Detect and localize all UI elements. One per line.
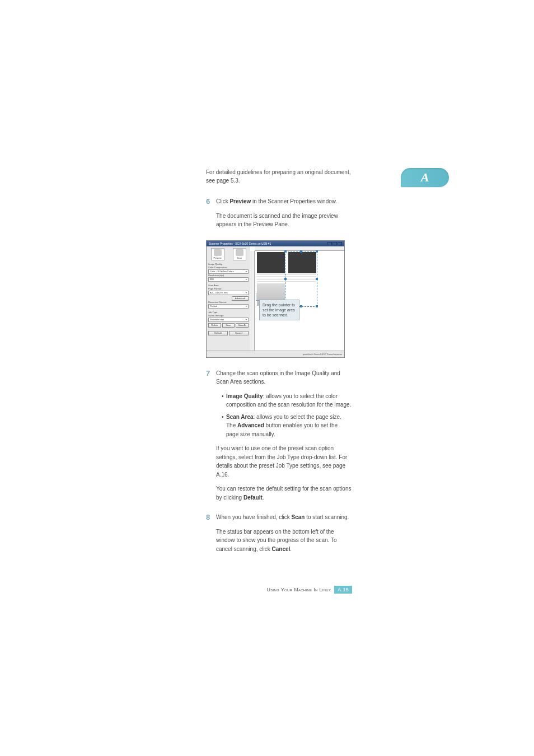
page-format-dropdown[interactable]: A4 - 210x297 mm (208, 291, 249, 295)
page-content: For detailed guidelines for preparing an… (206, 168, 352, 564)
selection-handle[interactable] (316, 250, 318, 253)
save-as-button[interactable]: Save As (236, 323, 249, 328)
step-6-p1: Click Preview in the Scanner Properties … (216, 197, 352, 206)
page-footer: Using Your Machine In Linux A.15 (266, 586, 352, 594)
delete-button[interactable]: Delete (208, 323, 221, 328)
selection-handle[interactable] (284, 250, 287, 253)
color-composition-label: Color Composition: (208, 266, 249, 269)
step-7-bullets: Image Quality: allows you to select the … (216, 392, 352, 439)
resolution-dropdown[interactable]: 300 (208, 277, 249, 282)
selection-handle[interactable] (284, 278, 287, 280)
step-7-p2: If you want to use one of the preset sca… (216, 444, 352, 479)
intro-line1: For detailed guidelines for preparing an… (206, 169, 351, 175)
bullet-scan-area: Scan Area: allows you to select the page… (222, 413, 352, 439)
preview-icon-button[interactable]: Preview (211, 248, 224, 260)
step-7-p3: You can restore the default setting for … (216, 484, 352, 502)
selection-handle[interactable] (300, 305, 302, 307)
step-7-body: Change the scan options in the Image Qua… (216, 369, 352, 508)
document-source-label: Document Source: (208, 301, 249, 304)
step-8-p1: When you have finished, click Scan to st… (216, 513, 352, 522)
step-8: 8 When you have finished, click Scan to … (206, 513, 352, 559)
default-button[interactable]: Default (208, 331, 228, 335)
appendix-letter: A (421, 170, 429, 185)
page-format-label: Page Format: (208, 287, 249, 290)
screenshot-titlebar: Scanner Properties - SCX-5x20 Series on … (207, 241, 344, 246)
selection-handle[interactable] (316, 305, 318, 307)
page-number: A.15 (334, 586, 352, 594)
intro-text: For detailed guidelines for preparing an… (206, 168, 352, 185)
screenshot-title: Scanner Properties - SCX-5x20 Series on … (209, 242, 271, 245)
selection-marquee[interactable] (285, 251, 317, 307)
callout-box: Drag the pointer to set the image area t… (259, 300, 299, 320)
step-6-body: Click Preview in the Scanner Properties … (216, 197, 352, 235)
saved-settings-label: Saved Settings: (208, 314, 249, 317)
scan-area-heading: Scan Area (208, 284, 249, 287)
selection-handle[interactable] (316, 278, 318, 280)
scanner-properties-screenshot: Scanner Properties - SCX-5x20 Series on … (206, 240, 345, 358)
appendix-tab: A (401, 168, 449, 187)
minimize-button[interactable] (327, 242, 332, 245)
step-number-6: 6 (206, 197, 216, 235)
screenshot-status-bar: pixels/inch Zoom:0.452 Thread scanner (207, 351, 344, 357)
saved-settings-dropdown[interactable]: Shredded text (208, 318, 249, 322)
scan-icon-button[interactable]: Scan (233, 248, 246, 260)
color-composition-dropdown[interactable]: Color - 16 Million Colors (208, 269, 249, 274)
step-6: 6 Click Preview in the Scanner Propertie… (206, 197, 352, 235)
screenshot-body: Preview Scan Image Quality Color Composi… (207, 246, 344, 351)
screenshot-left-panel: Preview Scan Image Quality Color Composi… (207, 246, 250, 351)
step-7: 7 Change the scan options in the Image Q… (206, 369, 352, 508)
preview-icon (214, 249, 222, 256)
step-6-p2: The document is scanned and the image pr… (216, 212, 352, 229)
job-type-heading: Job Type (208, 311, 249, 314)
screenshot-preview-pane (250, 246, 344, 351)
cancel-button[interactable]: Cancel (229, 331, 249, 335)
step-number-7: 7 (206, 369, 216, 508)
step-8-body: When you have finished, click Scan to st… (216, 513, 352, 559)
resolution-label: Resolution (dpi) (208, 274, 249, 277)
footer-text: Using Your Machine In Linux (266, 587, 331, 592)
maximize-button[interactable] (332, 242, 337, 245)
step-7-p1: Change the scan options in the Image Qua… (216, 369, 352, 386)
ruler-vertical (250, 251, 255, 351)
document-source-dropdown[interactable]: Flatbed (208, 304, 249, 309)
advanced-button[interactable]: Advanced (232, 296, 249, 301)
save-button[interactable]: Save (222, 323, 235, 328)
selection-handle[interactable] (300, 250, 302, 253)
step-number-8: 8 (206, 513, 216, 559)
preview-thumbnail-1 (257, 252, 285, 273)
scan-icon (236, 249, 243, 256)
image-quality-heading: Image Quality (208, 263, 249, 265)
ruler-horizontal (255, 246, 344, 251)
bullet-image-quality: Image Quality: allows you to select the … (222, 392, 352, 409)
window-controls (327, 242, 342, 245)
close-button[interactable] (338, 242, 342, 245)
step-8-p2: The status bar appears on the bottom lef… (216, 528, 352, 554)
intro-line2: see page 5.3. (206, 178, 240, 184)
